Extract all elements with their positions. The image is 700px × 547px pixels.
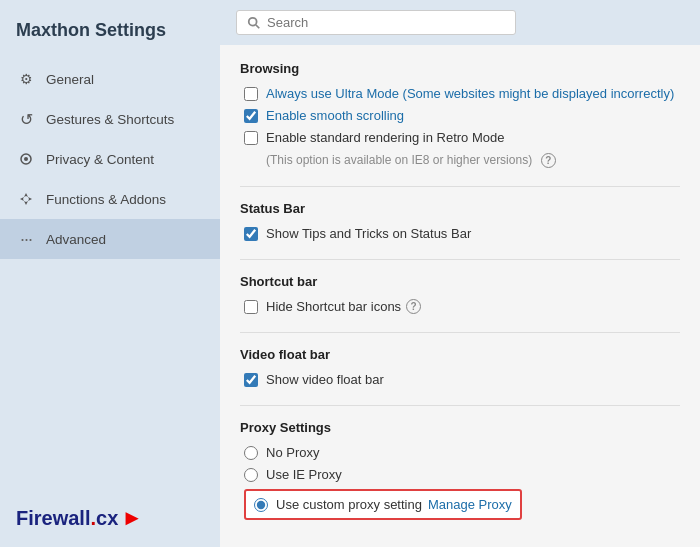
advanced-icon: ··· bbox=[16, 229, 36, 249]
status-bar-title: Status Bar bbox=[240, 201, 680, 216]
no-proxy-row: No Proxy bbox=[240, 445, 680, 460]
ultra-mode-checkbox[interactable] bbox=[244, 87, 258, 101]
logo: Firewall.cx ► bbox=[0, 489, 220, 547]
divider-4 bbox=[240, 405, 680, 406]
smooth-scrolling-row: Enable smooth scrolling bbox=[240, 108, 680, 123]
search-input-wrapper bbox=[236, 10, 516, 35]
hide-shortcut-row: Hide Shortcut bar icons ? bbox=[240, 299, 680, 314]
show-video-checkbox[interactable] bbox=[244, 373, 258, 387]
svg-point-2 bbox=[249, 17, 257, 25]
functions-icon bbox=[16, 189, 36, 209]
retro-help-icon[interactable]: ? bbox=[541, 153, 556, 168]
use-ie-proxy-label: Use IE Proxy bbox=[266, 467, 342, 482]
content-area: Browsing Always use Ultra Mode (Some web… bbox=[220, 45, 700, 547]
manage-proxy-link[interactable]: Manage Proxy bbox=[428, 497, 512, 512]
sidebar-item-label: General bbox=[46, 72, 94, 87]
retro-mode-row: Enable standard rendering in Retro Mode bbox=[240, 130, 680, 145]
sidebar-item-label: Privacy & Content bbox=[46, 152, 154, 167]
app-title: Maxthon Settings bbox=[0, 10, 220, 59]
use-ie-proxy-row: Use IE Proxy bbox=[240, 467, 680, 482]
show-tips-label: Show Tips and Tricks on Status Bar bbox=[266, 226, 471, 241]
divider-3 bbox=[240, 332, 680, 333]
sidebar-item-advanced[interactable]: ··· Advanced bbox=[0, 219, 220, 259]
shortcut-help-icon[interactable]: ? bbox=[406, 299, 421, 314]
video-float-title: Video float bar bbox=[240, 347, 680, 362]
custom-proxy-radio[interactable] bbox=[254, 498, 268, 512]
browsing-title: Browsing bbox=[240, 61, 680, 76]
video-float-section: Video float bar Show video float bar bbox=[240, 347, 680, 387]
sidebar-item-privacy-content[interactable]: Privacy & Content bbox=[0, 139, 220, 179]
sidebar-item-label: Gestures & Shortcuts bbox=[46, 112, 174, 127]
sidebar-item-functions-addons[interactable]: Functions & Addons bbox=[0, 179, 220, 219]
divider-2 bbox=[240, 259, 680, 260]
custom-proxy-label: Use custom proxy setting bbox=[276, 497, 422, 512]
no-proxy-radio[interactable] bbox=[244, 446, 258, 460]
retro-note-row: (This option is available on IE8 or high… bbox=[240, 152, 680, 168]
search-icon bbox=[247, 16, 261, 30]
logo-text: Firewall.cx bbox=[16, 507, 118, 530]
sidebar-item-gestures-shortcuts[interactable]: ↺ Gestures & Shortcuts bbox=[0, 99, 220, 139]
main-content: Browsing Always use Ultra Mode (Some web… bbox=[220, 0, 700, 547]
svg-point-1 bbox=[24, 157, 28, 161]
ultra-mode-row: Always use Ultra Mode (Some websites mig… bbox=[240, 86, 680, 101]
general-icon: ⚙ bbox=[16, 69, 36, 89]
show-video-label: Show video float bar bbox=[266, 372, 384, 387]
show-tips-checkbox[interactable] bbox=[244, 227, 258, 241]
sidebar-item-label: Functions & Addons bbox=[46, 192, 166, 207]
browsing-section: Browsing Always use Ultra Mode (Some web… bbox=[240, 61, 680, 168]
show-tips-row: Show Tips and Tricks on Status Bar bbox=[240, 226, 680, 241]
privacy-icon bbox=[16, 149, 36, 169]
search-input[interactable] bbox=[267, 15, 505, 30]
retro-mode-checkbox[interactable] bbox=[244, 131, 258, 145]
logo-arrow-icon: ► bbox=[121, 505, 143, 531]
status-bar-section: Status Bar Show Tips and Tricks on Statu… bbox=[240, 201, 680, 241]
ultra-mode-label: Always use Ultra Mode (Some websites mig… bbox=[266, 86, 674, 101]
divider-1 bbox=[240, 186, 680, 187]
search-bar bbox=[220, 0, 700, 45]
retro-mode-label: Enable standard rendering in Retro Mode bbox=[266, 130, 504, 145]
app-container: Maxthon Settings ⚙ General ↺ Gestures & … bbox=[0, 0, 700, 547]
sidebar-item-label: Advanced bbox=[46, 232, 106, 247]
proxy-settings-section: Proxy Settings No Proxy Use IE Proxy Use… bbox=[240, 420, 680, 520]
shortcut-bar-title: Shortcut bar bbox=[240, 274, 680, 289]
hide-shortcut-checkbox[interactable] bbox=[244, 300, 258, 314]
svg-line-3 bbox=[256, 24, 260, 28]
shortcut-bar-section: Shortcut bar Hide Shortcut bar icons ? bbox=[240, 274, 680, 314]
smooth-scrolling-checkbox[interactable] bbox=[244, 109, 258, 123]
custom-proxy-highlight: Use custom proxy setting Manage Proxy bbox=[244, 489, 522, 520]
use-ie-proxy-radio[interactable] bbox=[244, 468, 258, 482]
hide-shortcut-label: Hide Shortcut bar icons bbox=[266, 299, 401, 314]
no-proxy-label: No Proxy bbox=[266, 445, 319, 460]
sidebar-item-general[interactable]: ⚙ General bbox=[0, 59, 220, 99]
retro-note-label: (This option is available on IE8 or high… bbox=[266, 153, 532, 167]
custom-proxy-row: Use custom proxy setting Manage Proxy bbox=[240, 489, 680, 520]
smooth-scrolling-label: Enable smooth scrolling bbox=[266, 108, 404, 123]
gestures-icon: ↺ bbox=[16, 109, 36, 129]
show-video-row: Show video float bar bbox=[240, 372, 680, 387]
sidebar: Maxthon Settings ⚙ General ↺ Gestures & … bbox=[0, 0, 220, 547]
proxy-title: Proxy Settings bbox=[240, 420, 680, 435]
